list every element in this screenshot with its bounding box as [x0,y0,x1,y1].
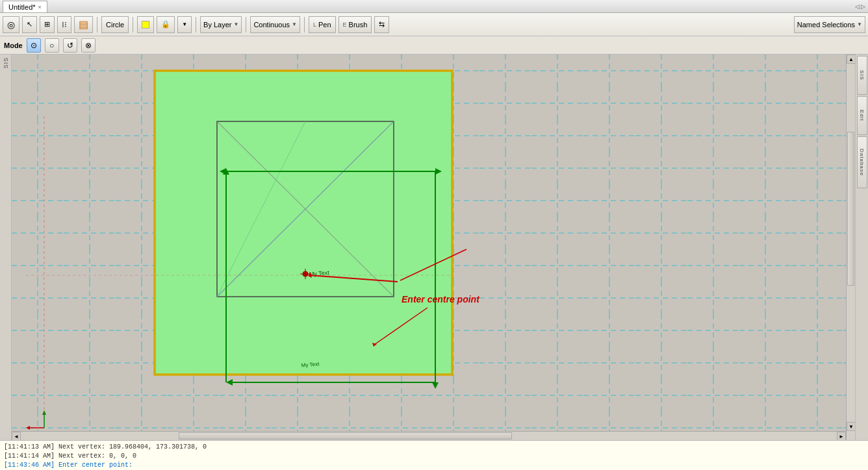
tab-label: Untitled* [8,3,36,11]
layer-icon: ▤ [79,18,88,31]
mode-btn-1[interactable]: ⊙ [27,38,41,53]
svg-marker-19 [223,168,229,175]
svg-rect-4 [12,55,855,440]
svg-rect-3 [12,55,855,440]
console-line-3[interactable]: [11:43:46 AM] Enter center point: [4,461,864,470]
svg-text:Enter centre point: Enter centre point [402,294,480,304]
svg-text:My Text: My Text [301,361,320,368]
active-tab[interactable]: Untitled* × [3,1,47,12]
mode-icon-2: ○ [49,41,54,50]
pen-btn[interactable]: L Pen [309,16,336,33]
svg-marker-12 [220,168,226,175]
pen-label: Pen [318,21,331,29]
scroll-down-btn[interactable]: ▼ [847,422,855,431]
svg-marker-17 [226,379,233,386]
lock-btn[interactable]: 🔒 [157,16,175,33]
snap3-icon: ⁞⁝ [62,20,67,29]
svg-line-8 [217,121,394,297]
mode-btn-4[interactable]: ⊗ [81,38,96,53]
color-square-icon [142,21,149,29]
main-area: SIS [0,55,868,440]
sep2 [133,17,133,32]
left-sidebar: SIS [0,55,12,440]
nav-prev-btn[interactable]: ◁ [855,3,860,10]
tab-area: Untitled* × [3,0,47,12]
color-dropdown-btn[interactable]: ▼ [177,16,192,33]
right-sidebar: SIS Edit Database [855,55,868,440]
tab-close-btn[interactable]: × [38,4,42,10]
current-tool-label: Circle [106,21,124,29]
continuous-arrow-icon: ▼ [292,21,297,27]
svg-line-7 [217,121,394,297]
scroll-up-btn[interactable]: ▲ [847,55,855,64]
horizontal-scrollbar[interactable]: ◄ ► [12,431,846,440]
canvas-area[interactable]: My Text My Text Enter centre point [12,55,855,440]
sep1 [97,17,97,32]
svg-line-10 [217,121,305,297]
named-selections-arrow-icon: ▼ [857,21,862,27]
svg-rect-5 [155,71,452,375]
brush-btn[interactable]: E Brush [338,16,372,33]
svg-line-30 [400,249,466,280]
snap-btn[interactable]: ◎ [3,16,19,33]
sis-panel-btn[interactable]: SIS [857,56,867,95]
mode-label: Mode [4,42,23,49]
linetype-label: By Layer [203,21,231,29]
brush-label: Brush [349,21,368,29]
console-line-1: [11:41:13 AM] Next vertex: 189.968404, 1… [4,443,864,452]
svg-marker-34 [42,410,46,415]
obj-color-btn[interactable] [137,16,154,33]
pen-prefix: L [313,21,316,28]
sep3 [196,17,196,32]
layer-btn[interactable]: ▤ [74,16,93,33]
mode-icon-3: ↺ [67,41,73,50]
vertical-scrollbar[interactable]: ▲ ▼ [846,55,855,440]
console-area: [11:41:13 AM] Next vertex: 189.968404, 1… [0,440,868,470]
edit-panel-btn[interactable]: Edit [857,96,867,135]
title-bar: Untitled* × ◁ ▷ [0,0,868,13]
svg-point-20 [303,271,308,277]
dropdown-arrow-icon: ▼ [182,21,187,27]
sep4 [246,17,246,32]
scroll-thumb-h[interactable] [179,432,513,439]
continuous-dropdown[interactable]: Continuous ▼ [250,16,300,33]
linetype-dropdown[interactable]: By Layer ▼ [200,16,242,33]
mode-btn-3[interactable]: ↺ [63,38,77,53]
snap3-btn[interactable]: ⁞⁝ [57,16,71,33]
svg-line-28 [374,308,428,345]
sis-label: SIS [3,57,9,69]
database-panel-btn[interactable]: Database [857,136,867,188]
linetype-arrow-icon: ▼ [233,21,238,27]
named-selections-label: Named Selections [797,21,855,29]
transfer-icon: ⇆ [379,20,385,29]
svg-marker-15 [432,382,439,389]
scroll-right-btn[interactable]: ► [837,432,846,440]
mode-bar: Mode ⊙ ○ ↺ ⊗ [0,36,868,55]
nav-next-btn[interactable]: ▷ [861,3,865,10]
continuous-label: Continuous [253,21,290,29]
svg-marker-29 [372,343,377,347]
sep5 [304,17,305,32]
lock-icon: 🔒 [161,20,170,29]
tool-label-btn[interactable]: Circle [101,16,129,33]
snap-icon: ◎ [7,19,15,30]
svg-rect-2 [12,55,855,440]
svg-marker-26 [308,272,312,278]
snap2-btn[interactable]: ⊞ [40,16,55,33]
cursor-icon: ↖ [27,20,32,29]
scroll-thumb-v[interactable] [847,132,854,286]
transfer-btn[interactable]: ⇆ [374,16,389,33]
svg-line-25 [309,275,398,282]
svg-marker-32 [26,426,30,430]
select-btn[interactable]: ↖ [22,16,37,33]
mode-icon-4: ⊗ [85,41,92,50]
scroll-left-btn[interactable]: ◄ [12,432,21,440]
named-selections-dropdown[interactable]: Named Selections ▼ [794,16,865,33]
title-controls: ◁ ▷ [855,3,865,10]
canvas-svg: My Text My Text Enter centre point [12,55,855,440]
console-line-2: [11:41:14 AM] Next vertex: 0, 0, 0 [4,452,864,461]
brush-prefix: E [343,21,347,28]
mode-btn-2[interactable]: ○ [45,38,59,53]
svg-text:My Text: My Text [309,269,329,278]
svg-line-9 [217,121,394,297]
